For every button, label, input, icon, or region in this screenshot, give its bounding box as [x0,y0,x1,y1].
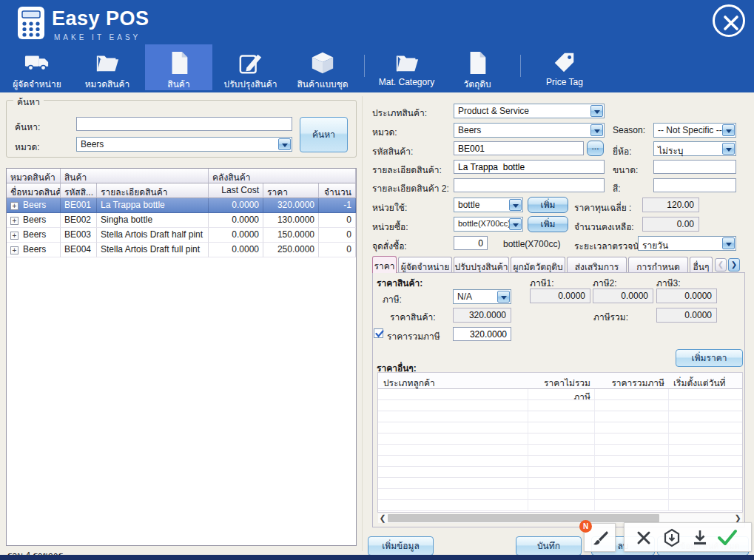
group-header-stock[interactable]: คลังสินค้า [209,169,356,183]
incl-tax-checkbox[interactable] [374,328,383,338]
toolbar-item-categories[interactable]: หมวดสินค้า [72,44,143,90]
brand-select[interactable]: ไม่ระบุ [653,141,736,156]
brand-label: ยี่ห้อ: [613,144,631,158]
col-header-code[interactable]: รหัสสิ... [61,183,97,198]
tax-select[interactable]: N/A [453,289,511,304]
tax1-field: 0.0000 [530,289,590,303]
description-label: รายละเอียดสินค้า: [372,163,442,177]
table-row[interactable]: Beers BE001 La Trappa bottle 0.0000 320.… [7,198,356,213]
scroll-left-icon[interactable]: ❮ [378,513,387,523]
product-type-select[interactable]: Product & Service [454,104,605,118]
toolbar-item-label: สินค้าแบบชุด [288,77,357,91]
toolbar-item-adjust-products[interactable]: ปรับปรุงสินค้า [215,44,286,90]
expand-icon[interactable] [10,217,18,225]
toolbar-item-products[interactable]: สินค้า [145,44,212,90]
product-code-field[interactable] [454,141,584,155]
search-category-label: หมวด: [15,140,40,154]
reorder-point-field[interactable] [454,236,488,250]
search-input[interactable] [76,117,292,131]
chevron-down-icon [590,124,603,136]
toolbar-item-suppliers[interactable]: ผู้จัดจำหน่าย [6,44,68,90]
search-button[interactable]: ค้นหา [300,117,348,152]
table-row[interactable]: Beers BE004 Stella Artois Draft full pin… [7,243,356,257]
toolbar-item-label: ปรับปรุงสินค้า [215,77,286,91]
search-category-select[interactable]: Beers [76,137,292,152]
scrollbar-thumb[interactable] [388,514,659,522]
save-button[interactable]: บันทึก [516,536,582,556]
col-header-qty[interactable]: จำนวน [319,183,356,198]
other-price-row[interactable] [378,400,742,411]
tab-adjust[interactable]: ปรับปรุงสินค้า [454,257,509,272]
count-period-select[interactable]: รายวัน [638,236,736,251]
add-record-button[interactable]: เพิ่มข้อมูล [368,536,434,556]
use-unit-select[interactable]: bottle [454,198,523,212]
col-header-price-inc-tax[interactable]: ราคารวมภาษี [595,373,669,388]
toolbar-item-label: สินค้า [145,77,212,91]
other-price-row[interactable] [378,478,742,489]
other-price-row[interactable] [378,456,742,467]
description2-field[interactable] [454,178,605,192]
edit-icon [238,50,263,75]
toolbar-item-raw-materials[interactable]: วัตถุดิบ [448,44,506,90]
color-field[interactable] [653,178,736,192]
chevron-down-icon [497,291,510,303]
panel-divider [362,96,363,551]
other-price-row[interactable] [378,389,742,400]
paintbrush-icon[interactable] [591,530,609,547]
col-header-price-ex-tax[interactable]: ราคาไม่รวมภาษี [528,373,595,388]
browse-button[interactable]: ... [587,141,604,156]
season-select[interactable]: -- Not Specific -- [653,123,736,138]
tab-promotions[interactable]: ส่งเสริมการขาย [567,257,627,272]
toolbar-item-label: Price Tag [530,77,599,87]
other-price-row[interactable] [378,434,742,445]
tab-scheduling[interactable]: การกำหนดเวลา [628,257,688,272]
toolbar-item-product-sets[interactable]: สินค้าแบบชุด [288,44,357,90]
size-field[interactable] [653,160,736,174]
close-button[interactable] [713,4,745,37]
window-bottom-strip [0,555,754,560]
incl-tax-field[interactable] [453,327,511,341]
col-header-category-name[interactable]: ชื่อหมวดสินค้า [7,183,61,198]
toolbar-item-mat-category[interactable]: Mat. Category [369,44,444,90]
tab-materials[interactable]: ผูกมัดวัตถุดิบ [511,257,565,272]
tab-price[interactable]: ราคา [372,256,397,273]
other-price-row[interactable] [378,500,742,511]
col-header-customer-type[interactable]: ประเภทลูกค้า [378,373,528,388]
app-tagline: MAKE IT EASY [54,33,141,41]
tab-scroll-right-icon[interactable]: ❯ [728,258,740,271]
add-use-unit-button[interactable]: เพิ่ม [528,197,568,213]
expand-icon[interactable] [10,246,18,254]
table-row[interactable]: Beers BE003 Stella Artois Draft half pin… [7,228,356,243]
expand-icon[interactable] [10,202,18,210]
group-header-category[interactable]: หมวดสินค้า [7,169,61,183]
buy-unit-select[interactable]: bottle(X700cc) [454,217,523,232]
col-header-price[interactable]: ราคา [263,183,319,198]
other-price-row[interactable] [378,489,742,500]
confirm-check-icon[interactable] [716,527,738,548]
col-header-description[interactable]: รายละเอียดสินค้า [97,183,209,198]
other-price-row[interactable] [378,422,742,434]
col-header-last-cost[interactable]: Last Cost [209,183,263,198]
save-to-app-icon[interactable] [662,528,681,547]
tab-suppliers[interactable]: ผู้จัดจำหน่าย [398,257,452,272]
expand-icon[interactable] [10,232,18,240]
toolbar-item-price-tag[interactable]: Price Tag [530,44,599,90]
add-buy-unit-button[interactable]: เพิ่ม [528,216,568,232]
folder-icon [95,50,120,75]
table-row[interactable]: Beers BE002 Singha bottle 0.0000 130.000… [7,213,356,228]
other-price-row[interactable] [378,445,742,456]
description-field[interactable] [454,160,605,174]
product-table: หมวดสินค้า สินค้า คลังสินค้า ชื่อหมวดสิน… [6,168,357,546]
tab-scroll-left-icon[interactable]: ❮ [715,258,727,271]
other-price-row[interactable] [378,467,742,478]
close-icon [722,14,740,32]
col-header-start-date[interactable]: เริ่มตั้งแต่วันที่ [669,373,742,388]
group-header-product[interactable]: สินค้า [61,169,209,183]
other-price-row[interactable] [378,411,742,422]
toolbar-item-label: วัตถุดิบ [448,77,506,91]
category-select[interactable]: Beers [454,123,605,138]
tab-other[interactable]: อื่นๆ [690,257,713,272]
cancel-icon[interactable] [636,530,652,546]
add-price-button[interactable]: เพิ่มราคา [676,349,743,367]
download-icon[interactable] [691,529,709,547]
